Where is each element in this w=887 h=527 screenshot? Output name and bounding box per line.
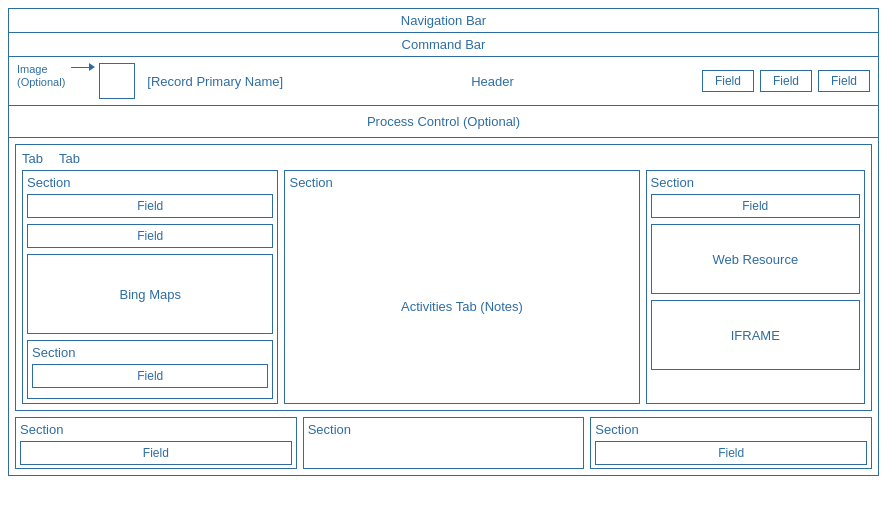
col1-lower-section: Section Field — [27, 340, 273, 399]
process-control: Process Control (Optional) — [9, 106, 878, 138]
header-row: Image (Optional) [Record Primary Name] H… — [9, 57, 878, 106]
col1-field-1[interactable]: Field — [27, 194, 273, 218]
bottom-col3-section: Section — [595, 422, 867, 437]
header-label: Header — [291, 74, 694, 89]
col-3: Section Field Web Resource IFRAME — [646, 170, 866, 404]
record-name: [Record Primary Name] — [147, 74, 283, 89]
bottom-col1-field[interactable]: Field — [20, 441, 292, 465]
bottom-sections: Section Field Section Section Field — [15, 417, 872, 469]
image-area: Image (Optional) — [17, 63, 135, 99]
bottom-col2-section: Section — [308, 422, 580, 437]
col3-section-label: Section — [651, 175, 861, 190]
col1-lower-section-label: Section — [32, 345, 268, 360]
command-bar: Command Bar — [9, 33, 878, 57]
activities-tab: Activities Tab (Notes) — [289, 194, 634, 418]
col2-section-label: Section — [289, 175, 634, 190]
image-label: Image (Optional) — [17, 63, 65, 89]
tab-1-label[interactable]: Tab — [22, 151, 43, 166]
arrow-line — [71, 67, 89, 68]
tabs-body: Tab Tab Section Field Field Bing Maps Se… — [15, 144, 872, 411]
columns-row: Section Field Field Bing Maps Section Fi… — [22, 170, 865, 404]
bing-maps: Bing Maps — [27, 254, 273, 334]
col1-section-label: Section — [27, 175, 273, 190]
col-1: Section Field Field Bing Maps Section Fi… — [22, 170, 278, 404]
header-field-2[interactable]: Field — [760, 70, 812, 92]
bottom-col-1: Section Field — [15, 417, 297, 469]
iframe-box: IFRAME — [651, 300, 861, 370]
arrow — [71, 63, 95, 71]
col1-field-2[interactable]: Field — [27, 224, 273, 248]
header-field-3[interactable]: Field — [818, 70, 870, 92]
col1-lower-field[interactable]: Field — [32, 364, 268, 388]
header-fields: Field Field Field — [702, 70, 870, 92]
bottom-col3-field[interactable]: Field — [595, 441, 867, 465]
tab-labels: Tab Tab — [22, 151, 865, 166]
header-field-1[interactable]: Field — [702, 70, 754, 92]
navigation-bar: Navigation Bar — [9, 9, 878, 33]
bottom-col-2: Section — [303, 417, 585, 469]
bottom-col-3: Section Field — [590, 417, 872, 469]
main-container: Navigation Bar Command Bar Image (Option… — [8, 8, 879, 476]
tab-2-label[interactable]: Tab — [59, 151, 80, 166]
arrow-head — [89, 63, 95, 71]
web-resource: Web Resource — [651, 224, 861, 294]
col-2: Section Activities Tab (Notes) — [284, 170, 639, 404]
image-box — [99, 63, 135, 99]
col3-field-1[interactable]: Field — [651, 194, 861, 218]
bottom-col1-section: Section — [20, 422, 292, 437]
